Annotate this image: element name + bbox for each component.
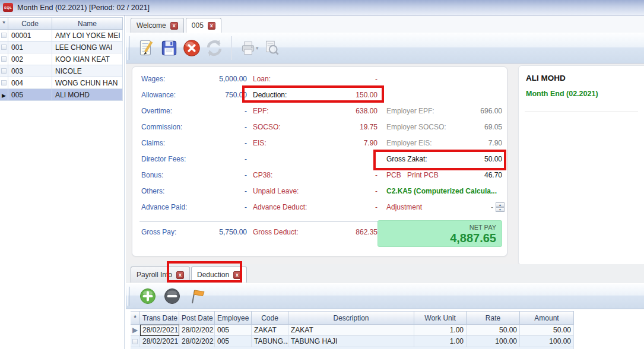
employee-code: 003 [8, 65, 52, 77]
row-indicator [0, 30, 8, 42]
trans-date-column-header[interactable]: Trans Date [140, 311, 179, 325]
epf-label: EPF: [253, 106, 269, 116]
payroll-card: Wages: 5,000.00 Loan: - Allowance: 750.0… [132, 66, 507, 256]
flag-icon [188, 287, 205, 305]
print-pcb-button[interactable]: Print PCB [407, 170, 439, 180]
pcb-value: 46.70 [441, 170, 502, 180]
others-label: Others: [141, 186, 164, 196]
employee-name: WONG CHUN HAN [52, 77, 123, 89]
tab-employee-label: 005 [192, 21, 204, 30]
row-indicator [0, 77, 8, 89]
advance-paid-value: - [189, 202, 247, 212]
main-toolbar: ▾ [126, 33, 644, 64]
employee-code: 005 [8, 89, 52, 101]
deduction-value: 150.00 [322, 90, 377, 100]
employer-eis-label: Employer EIS: [386, 138, 432, 148]
detail-grid: * Trans Date Post Date Employee Code Des… [131, 311, 574, 349]
employee-name: LEE CHONG WAI [52, 42, 123, 53]
detail-grid-area: * Trans Date Post Date Employee Code Des… [126, 309, 644, 349]
indicator-column-header: * [131, 311, 140, 325]
work-unit-column-header[interactable]: Work Unit [414, 311, 467, 325]
claims-value: - [189, 138, 247, 148]
tab-employee-close-icon[interactable]: x [208, 22, 215, 30]
post-date-column-header[interactable]: Post Date [179, 311, 215, 325]
employee-cell: 005 [215, 325, 252, 336]
preview-button[interactable] [260, 36, 283, 60]
employee-name: NICOLE [52, 65, 123, 77]
row-indicator [0, 65, 8, 77]
employee-row[interactable]: 001 LEE CHONG WAI [0, 42, 123, 53]
code-column-header[interactable]: Code [252, 311, 288, 325]
employee-row[interactable]: 003 NICOLE [0, 65, 123, 77]
tab-payroll-info[interactable]: Payroll Info x [131, 266, 190, 283]
employee-row[interactable]: 002 KOO KIAN KEAT [0, 53, 123, 65]
eis-value: 7.90 [322, 138, 377, 148]
tab-deduction-close-icon[interactable]: x [233, 271, 241, 279]
info-card-divider [525, 111, 638, 112]
commission-value: - [189, 122, 247, 132]
wages-label: Wages: [141, 74, 165, 84]
add-row-button[interactable] [138, 287, 158, 306]
employee-row[interactable]: 004 WONG CHUN HAN [0, 77, 123, 89]
advance-deduct-value: - [322, 202, 377, 212]
tab-deduction[interactable]: Deduction x [191, 266, 247, 283]
tab-welcome-close-icon[interactable]: x [170, 22, 178, 30]
tab-employee-005[interactable]: 005 x [186, 18, 221, 33]
employer-epf-label: Employer EPF: [386, 106, 434, 116]
employee-name: AMY LOI YOKE MEI [52, 30, 123, 42]
gross-zakat-value: 50.00 [441, 154, 502, 164]
transaction-row[interactable]: 28/02/2021 28/02/2021 005 TABUNG... TABU… [131, 336, 574, 347]
toolbar-grip [127, 287, 130, 306]
spinner-up-icon[interactable]: ▲ [496, 202, 505, 207]
spinner-down-icon[interactable]: ▼ [496, 207, 505, 212]
advance-deduct-label: Advance Deduct: [253, 202, 307, 212]
tab-welcome[interactable]: Welcome x [131, 18, 184, 33]
loan-label: Loan: [253, 74, 271, 84]
net-pay-label: NET PAY [378, 224, 496, 231]
refresh-button[interactable] [203, 36, 226, 60]
trans-date-cell: 28/02/2021 [140, 336, 179, 347]
delete-row-button[interactable] [162, 287, 182, 306]
bonus-label: Bonus: [141, 170, 163, 180]
trans-date-cell[interactable]: 28/02/2021 [140, 325, 179, 336]
work-unit-cell: 1.00 [414, 325, 467, 336]
employee-code: 004 [8, 77, 52, 89]
allowance-label: Allowance: [141, 90, 176, 100]
net-pay-value: 4,887.65 [378, 231, 496, 245]
unpaid-leave-value: - [322, 186, 377, 196]
rate-cell: 50.00 [467, 325, 520, 336]
tab-payroll-info-close-icon[interactable]: x [176, 271, 184, 279]
flag-button[interactable] [186, 287, 207, 306]
director-fees-value: - [189, 154, 247, 164]
selected-row-arrow-icon: ▶ [0, 89, 8, 101]
print-dropdown-icon[interactable]: ▾ [256, 45, 259, 51]
description-column-header[interactable]: Description [288, 311, 414, 325]
name-column-header[interactable]: Name [52, 17, 123, 30]
edit-button[interactable] [135, 36, 158, 60]
employee-info-card: ALI MOHD Month End (02.2021) [518, 65, 644, 265]
gross-zakat-label: Gross Zakat: [386, 154, 427, 164]
gross-deduct-value: 862.35 [322, 227, 377, 237]
employer-socso-label: Employer SOCSO: [386, 122, 446, 132]
employer-epf-value: 696.00 [441, 106, 502, 116]
detail-grid-header: * Trans Date Post Date Employee Code Des… [131, 311, 574, 325]
net-pay-box: NET PAY 4,887.65 [377, 220, 502, 247]
rate-column-header[interactable]: Rate [467, 311, 520, 325]
post-date-cell: 28/02/2021 [179, 325, 215, 336]
employee-row-selected[interactable]: ▶ 005 ALI MOHD [0, 89, 123, 101]
cancel-button[interactable] [180, 36, 203, 60]
transaction-row-selected[interactable]: ▶ 28/02/2021 28/02/2021 005 ZAKAT ZAKAT … [131, 325, 574, 336]
employee-row[interactable]: 00001 AMY LOI YOKE MEI [0, 30, 123, 42]
adjustment-value: - [441, 202, 493, 212]
amount-column-header[interactable]: Amount [520, 311, 574, 325]
content-area: Wages: 5,000.00 Loan: - Allowance: 750.0… [126, 64, 644, 349]
code-column-header[interactable]: Code [8, 17, 52, 30]
document-tabbar: Welcome x 005 x [126, 15, 644, 33]
overtime-value: - [189, 106, 247, 116]
row-indicator [131, 336, 140, 347]
save-button[interactable] [158, 36, 180, 60]
cp38-value: - [322, 170, 377, 180]
employee-column-header[interactable]: Employee [215, 311, 252, 325]
director-fees-label: Director Fees: [141, 154, 186, 164]
gross-pay-value: 5,750.00 [189, 227, 247, 237]
